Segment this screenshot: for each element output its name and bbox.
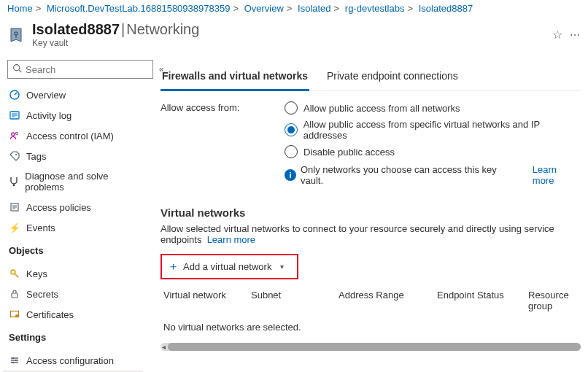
svg-point-4 bbox=[12, 133, 15, 136]
nav-primary: Overview Activity log Access control (IA… bbox=[3, 85, 143, 238]
nav-secrets[interactable]: Secrets bbox=[3, 284, 143, 304]
svg-rect-10 bbox=[12, 293, 18, 298]
crumb[interactable]: Isolated8887 bbox=[419, 3, 473, 14]
tab-firewalls[interactable]: Firewalls and virtual networks bbox=[160, 64, 309, 91]
vnet-desc: Allow selected virtual networks to conne… bbox=[160, 223, 581, 245]
radio-selected-networks[interactable]: Allow public access from specific virtua… bbox=[285, 119, 581, 141]
tab-private-endpoints[interactable]: Private endpoint connections bbox=[325, 64, 460, 90]
radio-all-networks[interactable]: Allow public access from all networks bbox=[285, 101, 581, 115]
vnet-empty: No virtual networks are selected. bbox=[160, 316, 581, 338]
col-range: Address Range bbox=[336, 285, 434, 316]
diagnose-icon bbox=[9, 176, 19, 187]
svg-point-15 bbox=[12, 362, 15, 364]
secrets-icon bbox=[9, 288, 20, 300]
breadcrumb: Home> Microsoft.DevTestLab.1688158093897… bbox=[0, 0, 588, 17]
favorite-icon[interactable]: ☆ bbox=[552, 28, 562, 42]
access-info: i Only networks you choose can access th… bbox=[285, 164, 581, 186]
nav-access-config[interactable]: Access configuration bbox=[3, 350, 143, 371]
info-icon: i bbox=[285, 169, 296, 181]
svg-point-6 bbox=[15, 154, 17, 155]
search-icon bbox=[12, 63, 22, 75]
page-title: Isolated8887|Networking bbox=[32, 21, 545, 38]
col-endpoint: Endpoint Status bbox=[434, 285, 525, 316]
radio-disable-public[interactable]: Disable public access bbox=[285, 145, 581, 158]
svg-point-5 bbox=[15, 132, 18, 134]
svg-point-12 bbox=[15, 314, 18, 317]
main-content: Firewalls and virtual networks Private e… bbox=[143, 58, 588, 372]
events-icon: ⚡ bbox=[9, 222, 20, 233]
vnet-learn-more[interactable]: Learn more bbox=[207, 234, 255, 245]
vnet-table: Virtual network Subnet Address Range End… bbox=[160, 285, 581, 351]
more-menu-icon[interactable]: ⋯ bbox=[570, 29, 581, 41]
crumb[interactable]: Home bbox=[7, 3, 33, 14]
nav-certificates[interactable]: Certificates bbox=[3, 304, 143, 325]
access-config-icon bbox=[9, 354, 20, 366]
access-control-icon bbox=[9, 130, 20, 142]
resource-type: Key vault bbox=[32, 38, 545, 48]
chevron-down-icon: ▾ bbox=[280, 263, 284, 271]
crumb[interactable]: Isolated bbox=[298, 3, 331, 14]
nav-objects: Keys Secrets Certificates bbox=[3, 263, 143, 325]
plus-icon: ＋ bbox=[168, 260, 179, 274]
certificates-icon bbox=[9, 309, 20, 320]
nav-tags[interactable]: Tags bbox=[3, 146, 143, 166]
nav-settings: Access configuration Networking Microsof… bbox=[3, 350, 143, 372]
nav-heading-objects: Objects bbox=[3, 238, 143, 259]
title-bar: Isolated8887|Networking Key vault ☆ ⋯ bbox=[0, 17, 588, 58]
nav-events[interactable]: ⚡Events bbox=[3, 217, 143, 238]
svg-point-7 bbox=[13, 185, 15, 187]
overview-icon bbox=[9, 89, 20, 101]
activity-log-icon bbox=[9, 109, 20, 121]
nav-keys[interactable]: Keys bbox=[3, 263, 143, 284]
crumb[interactable]: Overview bbox=[244, 3, 284, 14]
search-input[interactable] bbox=[7, 60, 153, 79]
keys-icon bbox=[9, 268, 20, 279]
vnet-heading: Virtual networks bbox=[160, 206, 581, 219]
h-scrollbar[interactable]: ◂ bbox=[160, 343, 581, 351]
svg-point-1 bbox=[14, 65, 20, 71]
col-subnet: Subnet bbox=[248, 285, 336, 316]
nav-heading-settings: Settings bbox=[3, 325, 143, 346]
nav-diagnose[interactable]: Diagnose and solve problems bbox=[3, 166, 143, 197]
add-vnet-button[interactable]: ＋ Add a virtual network ▾ bbox=[160, 254, 298, 279]
allow-access-label: Allow access from: bbox=[160, 101, 255, 186]
tabs: Firewalls and virtual networks Private e… bbox=[160, 64, 581, 91]
nav-access-control[interactable]: Access control (IAM) bbox=[3, 125, 143, 146]
crumb[interactable]: Microsoft.DevTestLab.16881580938978359 bbox=[47, 3, 231, 14]
nav-activity-log[interactable]: Activity log bbox=[3, 105, 143, 125]
svg-point-13 bbox=[12, 357, 15, 360]
nav-overview[interactable]: Overview bbox=[3, 85, 143, 105]
nav-access-policies[interactable]: Access policies bbox=[3, 197, 143, 217]
crumb[interactable]: rg-devtestlabs bbox=[345, 3, 405, 14]
tags-icon bbox=[9, 150, 20, 162]
sidebar: « Overview Activity log Access control (… bbox=[0, 58, 143, 372]
access-policies-icon bbox=[9, 201, 20, 213]
svg-point-14 bbox=[15, 360, 18, 362]
access-radio-group: Allow public access from all networks Al… bbox=[285, 101, 581, 158]
col-vnet: Virtual network bbox=[160, 285, 248, 316]
access-learn-more[interactable]: Learn more bbox=[533, 164, 581, 186]
keyvault-icon bbox=[7, 26, 25, 44]
col-rg: Resource group bbox=[525, 285, 581, 316]
